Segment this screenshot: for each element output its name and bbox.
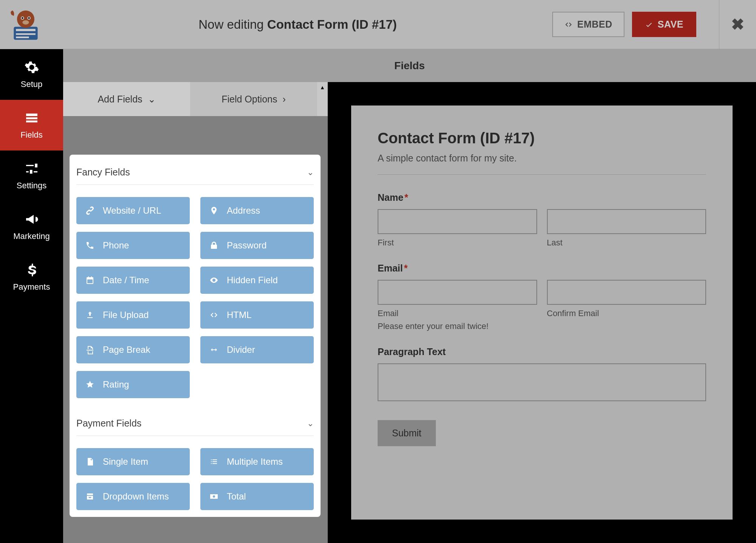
check-icon	[645, 20, 653, 29]
eyeoff-icon	[209, 276, 218, 285]
list-icon	[209, 457, 218, 466]
file-icon	[85, 457, 94, 466]
pagebreak-icon	[85, 345, 94, 354]
chevron-down-icon: ⌄	[307, 419, 314, 428]
sidebar-item-fields[interactable]: Fields	[0, 100, 63, 150]
code-icon	[564, 20, 573, 29]
sidebar-item-marketing[interactable]: Marketing	[0, 201, 63, 252]
section-header: Fields	[63, 49, 756, 82]
confirm-email-input[interactable]	[547, 280, 706, 305]
svg-point-12	[22, 20, 29, 25]
field-type-multiple-items[interactable]: Multiple Items	[200, 448, 314, 475]
chevron-right-icon: ›	[282, 94, 285, 105]
money-icon	[209, 492, 218, 501]
field-type-single-item[interactable]: Single Item	[76, 448, 190, 475]
divider	[378, 174, 706, 175]
gear-icon	[24, 60, 39, 75]
first-name-input[interactable]	[378, 209, 537, 234]
field-type-date-time[interactable]: Date / Time	[76, 267, 190, 294]
upload-icon	[85, 310, 94, 320]
submit-button[interactable]: Submit	[378, 420, 436, 446]
svg-point-7	[17, 10, 34, 28]
star-icon	[85, 380, 94, 389]
bullhorn-icon	[24, 212, 39, 227]
field-type-hidden-field[interactable]: Hidden Field	[200, 267, 314, 294]
first-sublabel: First	[378, 238, 537, 248]
email-label: Email*	[378, 263, 706, 274]
field-type-website-url[interactable]: Website / URL	[76, 197, 190, 224]
group-fancy-fields[interactable]: Fancy Fields ⌄	[76, 160, 314, 185]
paragraph-textarea[interactable]	[378, 363, 706, 401]
top-bar: Now editing Contact Form (ID #17) EMBED …	[0, 0, 756, 49]
sidebar-item-settings[interactable]: Settings	[0, 150, 63, 201]
field-type-page-break[interactable]: Page Break	[76, 336, 190, 363]
pin-icon	[209, 206, 218, 215]
svg-point-10	[22, 17, 23, 19]
app-logo	[8, 7, 43, 42]
embed-button[interactable]: EMBED	[552, 12, 624, 37]
field-type-dropdown-items[interactable]: Dropdown Items	[76, 483, 190, 510]
form-icon	[24, 110, 39, 126]
close-button[interactable]: ✖	[731, 15, 744, 34]
sidebar-item-setup[interactable]: Setup	[0, 49, 63, 100]
name-label: Name*	[378, 192, 706, 203]
form-title: Contact Form (ID #17)	[378, 130, 706, 147]
chevron-down-icon: ⌄	[148, 94, 156, 105]
fields-palette: Fancy Fields ⌄ Website / URLAddressPhone…	[70, 155, 321, 517]
form-preview: Contact Form (ID #17) A simple contact f…	[351, 105, 733, 520]
confirm-sublabel: Confirm Email	[547, 309, 706, 318]
svg-rect-4	[16, 29, 36, 31]
field-type-password[interactable]: Password	[200, 232, 314, 259]
arrows-icon	[209, 345, 218, 354]
field-type-rating[interactable]: Rating	[76, 371, 190, 398]
field-type-address[interactable]: Address	[200, 197, 314, 224]
save-button[interactable]: SAVE	[632, 12, 696, 37]
svg-rect-6	[16, 36, 29, 38]
chevron-down-icon: ⌄	[307, 168, 314, 177]
paragraph-label: Paragraph Text	[378, 346, 706, 357]
form-description: A simple contact form for my site.	[378, 153, 706, 164]
field-type-phone[interactable]: Phone	[76, 232, 190, 259]
field-type-total[interactable]: Total	[200, 483, 314, 510]
scrollbar[interactable]: ▲	[317, 82, 328, 116]
email-sublabel: Email	[378, 309, 537, 318]
builder-panel: Add Fields ⌄ Field Options › ▲ Fancy Fie…	[63, 82, 328, 543]
sliders-icon	[24, 161, 39, 176]
scroll-up-icon[interactable]: ▲	[317, 82, 328, 93]
sidebar-item-payments[interactable]: Payments	[0, 252, 63, 303]
code-icon	[209, 310, 218, 320]
last-sublabel: Last	[547, 238, 706, 248]
lock-icon	[209, 241, 218, 250]
dropdown-icon	[85, 492, 94, 501]
svg-point-11	[28, 17, 29, 19]
last-name-input[interactable]	[547, 209, 706, 234]
field-type-html[interactable]: HTML	[200, 301, 314, 329]
calendar-icon	[85, 276, 94, 285]
field-type-file-upload[interactable]: File Upload	[76, 301, 190, 329]
tab-field-options[interactable]: Field Options ›	[190, 82, 317, 116]
editing-title: Now editing Contact Form (ID #17)	[43, 17, 552, 32]
main-sidebar: Setup Fields Settings Marketing Payments	[0, 49, 63, 543]
field-type-divider[interactable]: Divider	[200, 336, 314, 363]
email-helptext: Please enter your email twice!	[378, 321, 706, 331]
email-input[interactable]	[378, 280, 537, 305]
group-payment-fields[interactable]: Payment Fields ⌄	[76, 411, 314, 436]
dollar-icon	[24, 262, 39, 278]
link-icon	[85, 206, 94, 215]
form-preview-pane: Contact Form (ID #17) A simple contact f…	[328, 82, 756, 543]
svg-rect-5	[16, 33, 36, 35]
phone-icon	[85, 241, 94, 250]
tab-add-fields[interactable]: Add Fields ⌄	[63, 82, 190, 116]
